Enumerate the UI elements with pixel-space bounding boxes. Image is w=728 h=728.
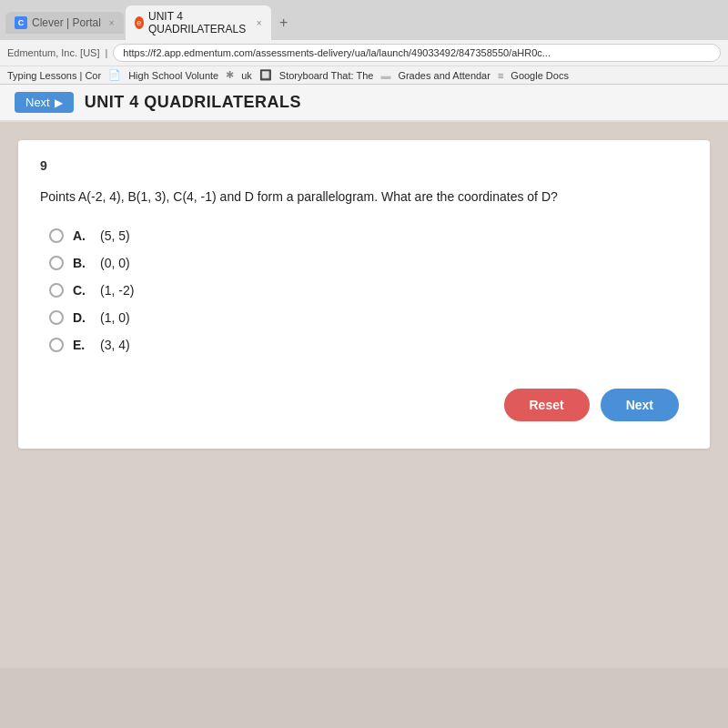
bookmark-highschool[interactable]: High School Volunte	[128, 70, 218, 81]
app-header: Next ▶ UNIT 4 QUADRILATERALS	[0, 85, 728, 122]
clever-icon: C	[15, 16, 27, 29]
header-next-button[interactable]: Next ▶	[15, 92, 74, 113]
browser-chrome: C Clever | Portal × e UNIT 4 QUADRILATER…	[0, 0, 728, 85]
app-title: UNIT 4 QUADRILATERALS	[85, 93, 301, 112]
option-a-radio[interactable]	[49, 228, 64, 243]
tab-edmentum[interactable]: e UNIT 4 QUADRILATERALS ×	[126, 5, 271, 40]
tab-edmentum-close[interactable]: ×	[257, 18, 262, 28]
tab-clever[interactable]: C Clever | Portal ×	[5, 12, 124, 34]
bookmark-grades-label: Grades and Attendar	[398, 70, 490, 81]
tab-clever-close[interactable]: ×	[109, 18, 115, 28]
option-a-value: (5, 5)	[100, 228, 130, 243]
bookmark-gdocs-icon: ≡	[498, 70, 503, 81]
bookmarks-bar: Typing Lessons | Cor 📄 High School Volun…	[0, 66, 728, 84]
tab-bar: C Clever | Portal × e UNIT 4 QUADRILATER…	[0, 0, 728, 40]
tab-clever-label: Clever | Portal	[32, 16, 101, 29]
bookmark-uk[interactable]: uk	[241, 70, 252, 81]
bottom-buttons: Reset Next	[40, 389, 688, 421]
question-number: 9	[40, 158, 688, 173]
bookmark-googledocs[interactable]: Google Docs	[511, 70, 569, 81]
url-separator: |	[105, 47, 107, 58]
option-e-value: (3, 4)	[100, 338, 130, 352]
site-name: Edmentum, Inc. [US]	[7, 47, 99, 58]
url-input[interactable]: https://f2.app.edmentum.com/assessments-…	[113, 44, 721, 62]
option-e[interactable]: E. (3, 4)	[49, 338, 688, 352]
option-a[interactable]: A. (5, 5)	[49, 228, 688, 243]
bookmark-typing[interactable]: Typing Lessons | Cor	[7, 70, 101, 81]
add-tab-button[interactable]: +	[273, 12, 295, 34]
option-c[interactable]: C. (1, -2)	[49, 283, 688, 298]
question-card: 9 Points A(-2, 4), B(1, 3), C(4, -1) and…	[18, 140, 710, 449]
question-text: Points A(-2, 4), B(1, 3), C(4, -1) and D…	[40, 187, 688, 207]
option-b-value: (0, 0)	[100, 256, 130, 270]
content-area: 9 Points A(-2, 4), B(1, 3), C(4, -1) and…	[0, 122, 728, 668]
bookmark-divider-1: 📄	[108, 69, 121, 81]
option-e-radio[interactable]	[49, 338, 64, 352]
bookmark-uk-label: uk	[241, 70, 252, 81]
bookmark-storyboard-label: Storyboard That: The	[279, 70, 374, 81]
option-d-radio[interactable]	[49, 310, 64, 325]
option-a-label: A.	[73, 228, 91, 243]
option-b-label: B.	[73, 256, 91, 270]
bookmark-typing-label: Typing Lessons | Cor	[7, 70, 101, 81]
tab-edmentum-label: UNIT 4 QUADRILATERALS	[148, 10, 248, 35]
address-bar: Edmentum, Inc. [US] | https://f2.app.edm…	[0, 40, 728, 66]
option-b-radio[interactable]	[49, 256, 64, 270]
reset-label: Reset	[530, 398, 564, 412]
option-c-label: C.	[73, 283, 91, 298]
arrow-right-icon: ▶	[55, 96, 63, 109]
edmentum-icon: e	[135, 16, 144, 29]
bookmark-storyboard[interactable]: Storyboard That: The	[279, 70, 374, 81]
option-c-radio[interactable]	[49, 283, 64, 298]
bookmark-uk-icon: ✱	[226, 69, 234, 81]
add-tab-icon: +	[279, 15, 288, 31]
header-next-label: Next	[25, 96, 50, 109]
option-d-label: D.	[73, 310, 91, 325]
bookmark-highschool-label: High School Volunte	[128, 70, 218, 81]
next-label: Next	[626, 398, 653, 412]
bookmark-sb-icon: 🔲	[259, 69, 272, 81]
option-c-value: (1, -2)	[100, 283, 134, 298]
option-b[interactable]: B. (0, 0)	[49, 256, 688, 270]
option-d[interactable]: D. (1, 0)	[49, 310, 688, 325]
bookmark-grades-icon: ▬	[380, 70, 390, 81]
reset-button[interactable]: Reset	[504, 389, 590, 421]
url-text: https://f2.app.edmentum.com/assessments-…	[123, 47, 551, 58]
next-button[interactable]: Next	[601, 389, 679, 421]
option-d-value: (1, 0)	[100, 310, 130, 325]
option-e-label: E.	[73, 338, 91, 352]
options-list: A. (5, 5) B. (0, 0) C. (1, -2) D. (1, 0)…	[49, 228, 688, 352]
bookmark-grades[interactable]: Grades and Attendar	[398, 70, 490, 81]
bookmark-googledocs-label: Google Docs	[511, 70, 569, 81]
